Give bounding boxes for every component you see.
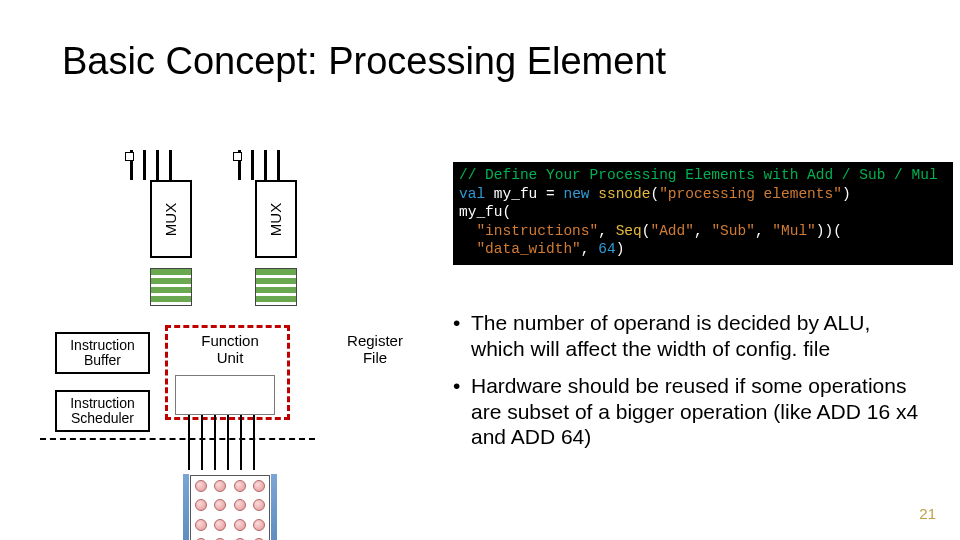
register-file-label: Register File xyxy=(340,332,410,367)
bullet-2: Hardware should be reused if some operat… xyxy=(453,373,923,450)
bullet-1: The number of operand is decided by ALU,… xyxy=(453,310,923,361)
output-wires xyxy=(188,415,266,470)
bullet-list: The number of operand is decided by ALU,… xyxy=(453,310,923,462)
delay-fifo-1 xyxy=(150,268,192,306)
mux-1: MUX xyxy=(150,180,192,258)
code-comment: // Define Your Processing Elements with … xyxy=(459,167,938,183)
slide-title: Basic Concept: Processing Element xyxy=(62,40,666,83)
instruction-scheduler-label: Instruction Scheduler xyxy=(70,396,135,427)
function-unit-label: Function Unit xyxy=(190,332,270,367)
instruction-scheduler-box: Instruction Scheduler xyxy=(55,390,150,432)
cgra-fabric-icon xyxy=(190,475,270,540)
function-unit-core xyxy=(175,375,275,415)
mux-2: MUX xyxy=(255,180,297,258)
delay-fifo-2 xyxy=(255,268,297,306)
instruction-buffer-box: Instruction Buffer xyxy=(55,332,150,374)
mux-1-label: MUX xyxy=(163,202,180,235)
mux-2-label: MUX xyxy=(268,202,285,235)
page-number: 21 xyxy=(919,505,936,522)
instruction-buffer-label: Instruction Buffer xyxy=(70,338,135,369)
feedback-wire xyxy=(40,438,315,440)
processing-element-diagram: MUX MUX Instruction Buffer Instruction S… xyxy=(40,150,450,500)
code-block: // Define Your Processing Elements with … xyxy=(453,162,953,265)
